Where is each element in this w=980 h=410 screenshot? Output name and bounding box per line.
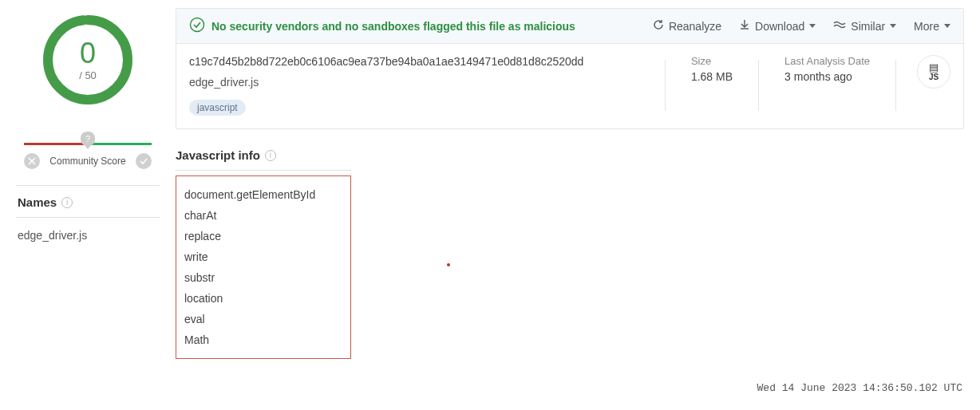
chevron-down-icon (809, 24, 816, 28)
banner-text: No security vendors and no sandboxes fla… (211, 20, 575, 33)
red-dot-decoration (447, 263, 450, 266)
list-item: eval (184, 309, 342, 329)
list-item: document.getElementById (184, 184, 342, 205)
filetype-icon: ▤ JS (917, 55, 950, 89)
chevron-down-icon (890, 24, 896, 28)
last-analysis-value: 3 months ago (784, 70, 870, 83)
list-item: replace (184, 226, 342, 246)
list-item: Math (184, 329, 342, 350)
size-label: Size (691, 55, 733, 67)
check-circle-icon (189, 17, 205, 35)
last-analysis-label: Last Analysis Date (784, 55, 870, 67)
names-header: Names (18, 195, 57, 209)
download-button[interactable]: Download (739, 19, 816, 33)
community-check-icon[interactable] (136, 153, 152, 169)
file-hash: c19c7d45b2b8d722eb0c6106ac9ea737be94ba0a… (189, 55, 649, 68)
file-name: edge_driver.js (189, 76, 649, 89)
jsinfo-header: Javascript info (176, 148, 260, 162)
size-value: 1.68 MB (691, 70, 733, 83)
chevron-down-icon (944, 24, 950, 28)
names-list: edge_driver.js (16, 218, 160, 253)
detection-score: 0 / 50 (40, 12, 136, 108)
community-minus-icon[interactable] (24, 153, 40, 169)
list-item: location (184, 288, 342, 309)
info-icon[interactable]: i (265, 150, 276, 161)
score-value: 0 (80, 39, 96, 68)
similar-button[interactable]: Similar (833, 19, 896, 33)
download-icon (739, 19, 750, 33)
similar-icon (833, 19, 846, 33)
jsinfo-box: document.getElementById charAt replace w… (176, 175, 351, 359)
list-item: edge_driver.js (18, 226, 158, 245)
reanalyze-button[interactable]: Reanalyze (653, 19, 721, 33)
list-item: charAt (184, 205, 342, 226)
info-icon[interactable]: i (61, 197, 73, 208)
svg-point-4 (191, 18, 204, 32)
score-total: / 50 (79, 69, 97, 81)
footer-timestamp: Wed 14 June 2023 14:36:50.102 UTC (757, 382, 962, 394)
refresh-icon (653, 19, 664, 33)
list-item: write (184, 246, 342, 267)
community-marker-icon: ? (79, 124, 97, 146)
community-score-label: Community Score (49, 156, 125, 167)
list-item: substr (184, 267, 342, 288)
more-button[interactable]: More (914, 20, 950, 33)
tag-javascript[interactable]: javascript (189, 100, 246, 116)
